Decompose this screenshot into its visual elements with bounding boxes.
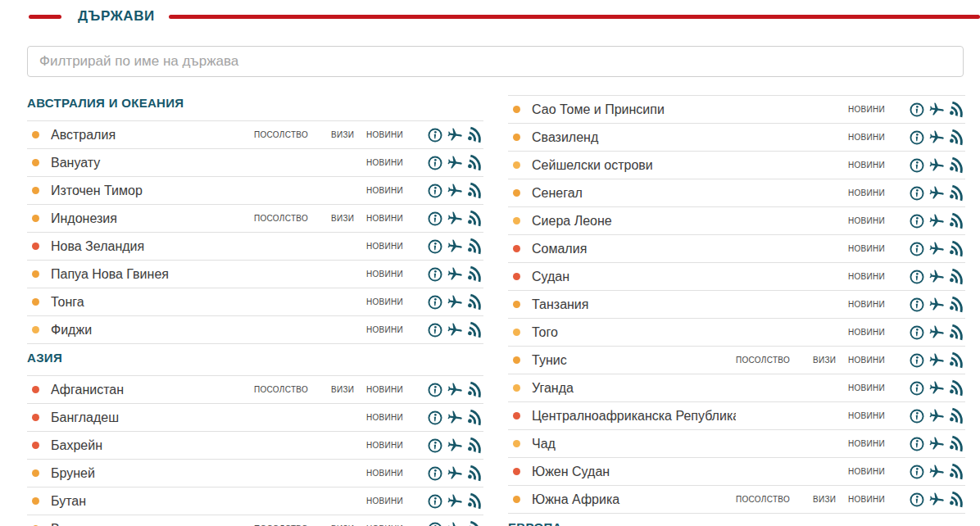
info-icon[interactable] — [428, 239, 442, 254]
news-link[interactable]: НОВИНИ — [366, 130, 405, 139]
rss-icon[interactable] — [468, 521, 483, 526]
info-icon[interactable] — [910, 437, 924, 451]
info-icon[interactable] — [428, 267, 442, 282]
rss-icon[interactable] — [950, 324, 965, 340]
info-icon[interactable] — [428, 295, 442, 310]
news-link[interactable]: НОВИНИ — [366, 158, 405, 167]
visas-link[interactable]: ВИЗИ — [813, 356, 848, 365]
country-link[interactable]: Судан — [532, 270, 736, 284]
rss-icon[interactable] — [468, 183, 483, 198]
news-link[interactable]: НОВИНИ — [848, 383, 887, 392]
rss-icon[interactable] — [468, 465, 483, 481]
info-icon[interactable] — [428, 128, 442, 143]
rss-icon[interactable] — [468, 493, 483, 509]
info-icon[interactable] — [428, 156, 442, 170]
country-link[interactable]: Виетнам — [51, 522, 254, 526]
news-link[interactable]: НОВИНИ — [366, 270, 405, 279]
country-link[interactable]: Сенегал — [532, 186, 736, 201]
news-link[interactable]: НОВИНИ — [848, 272, 887, 281]
news-link[interactable]: НОВИНИ — [366, 441, 405, 450]
info-icon[interactable] — [910, 297, 924, 312]
airplane-icon[interactable] — [929, 492, 945, 507]
country-link[interactable]: Чад — [532, 437, 736, 451]
country-filter-input[interactable] — [27, 46, 964, 77]
rss-icon[interactable] — [468, 410, 483, 425]
news-link[interactable]: НОВИНИ — [366, 297, 405, 306]
airplane-icon[interactable] — [929, 464, 945, 479]
news-link[interactable]: НОВИНИ — [848, 188, 887, 197]
airplane-icon[interactable] — [929, 408, 945, 424]
rss-icon[interactable] — [950, 352, 965, 368]
airplane-icon[interactable] — [929, 380, 945, 396]
country-link[interactable]: Бангладеш — [51, 410, 254, 425]
country-link[interactable]: Тунис — [532, 353, 736, 368]
info-icon[interactable] — [428, 211, 442, 226]
news-link[interactable]: НОВИНИ — [848, 439, 887, 448]
rss-icon[interactable] — [468, 211, 483, 226]
info-icon[interactable] — [910, 465, 924, 479]
country-link[interactable]: Танзания — [532, 297, 736, 312]
country-link[interactable]: Индонезия — [51, 211, 254, 226]
news-link[interactable]: НОВИНИ — [848, 133, 887, 142]
news-link[interactable]: НОВИНИ — [366, 242, 405, 251]
info-icon[interactable] — [910, 325, 924, 340]
airplane-icon[interactable] — [447, 438, 463, 453]
country-link[interactable]: Сиера Леоне — [532, 214, 736, 229]
airplane-icon[interactable] — [929, 436, 945, 451]
visas-link[interactable]: ВИЗИ — [331, 385, 366, 394]
rss-icon[interactable] — [950, 436, 965, 451]
news-link[interactable]: НОВИНИ — [366, 214, 405, 223]
airplane-icon[interactable] — [929, 213, 945, 229]
news-link[interactable]: НОВИНИ — [848, 300, 887, 309]
visas-link[interactable]: ВИЗИ — [331, 130, 366, 139]
country-link[interactable]: Бахрейн — [51, 438, 254, 453]
rss-icon[interactable] — [468, 155, 483, 170]
info-icon[interactable] — [910, 270, 924, 284]
info-icon[interactable] — [910, 186, 924, 201]
embassy-link[interactable]: ПОСОЛСТВО — [736, 495, 813, 504]
info-icon[interactable] — [910, 242, 924, 256]
rss-icon[interactable] — [468, 294, 483, 310]
country-link[interactable]: Бутан — [51, 494, 254, 509]
airplane-icon[interactable] — [447, 521, 463, 526]
info-icon[interactable] — [910, 381, 924, 396]
info-icon[interactable] — [910, 409, 924, 424]
info-icon[interactable] — [428, 438, 442, 453]
country-link[interactable]: Сомалия — [532, 242, 736, 256]
country-link[interactable]: Нова Зеландия — [51, 239, 254, 254]
airplane-icon[interactable] — [447, 266, 463, 282]
rss-icon[interactable] — [950, 492, 965, 507]
news-link[interactable]: НОВИНИ — [366, 469, 405, 478]
rss-icon[interactable] — [468, 382, 483, 397]
rss-icon[interactable] — [950, 269, 965, 284]
airplane-icon[interactable] — [929, 157, 945, 173]
rss-icon[interactable] — [950, 297, 965, 312]
country-link[interactable]: Тонга — [51, 295, 254, 310]
airplane-icon[interactable] — [447, 183, 463, 198]
rss-icon[interactable] — [950, 408, 965, 424]
rss-icon[interactable] — [950, 185, 965, 201]
news-link[interactable]: НОВИНИ — [848, 356, 887, 365]
airplane-icon[interactable] — [447, 238, 463, 254]
country-link[interactable]: Того — [532, 325, 736, 340]
country-link[interactable]: Уганда — [532, 381, 736, 396]
rss-icon[interactable] — [950, 464, 965, 479]
info-icon[interactable] — [428, 494, 442, 509]
embassy-link[interactable]: ПОСОЛСТВО — [254, 214, 331, 223]
info-icon[interactable] — [910, 492, 924, 507]
rss-icon[interactable] — [950, 241, 965, 256]
airplane-icon[interactable] — [929, 324, 945, 340]
airplane-icon[interactable] — [929, 241, 945, 256]
rss-icon[interactable] — [468, 266, 483, 282]
airplane-icon[interactable] — [447, 127, 463, 143]
news-link[interactable]: НОВИНИ — [848, 328, 887, 337]
news-link[interactable]: НОВИНИ — [366, 186, 405, 195]
rss-icon[interactable] — [950, 157, 965, 173]
info-icon[interactable] — [428, 466, 442, 481]
news-link[interactable]: НОВИНИ — [848, 105, 887, 114]
airplane-icon[interactable] — [447, 155, 463, 170]
rss-icon[interactable] — [950, 380, 965, 396]
news-link[interactable]: НОВИНИ — [848, 161, 887, 170]
info-icon[interactable] — [428, 323, 442, 338]
airplane-icon[interactable] — [447, 382, 463, 397]
